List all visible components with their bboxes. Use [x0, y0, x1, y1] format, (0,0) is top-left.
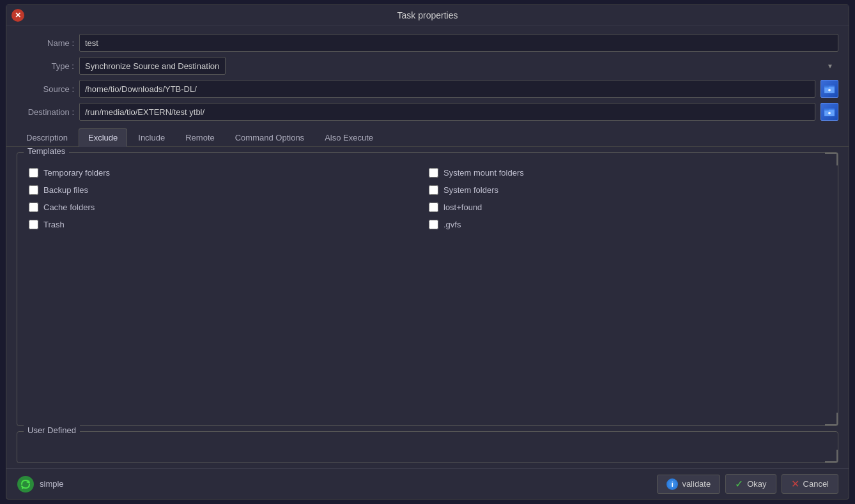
- checkbox-system-folders[interactable]: [429, 185, 438, 195]
- tab-remote[interactable]: Remote: [176, 128, 224, 146]
- checkbox-row-trash: Trash: [27, 217, 427, 232]
- destination-browse-button[interactable]: [820, 103, 838, 121]
- group-corner-bottom: [825, 413, 838, 425]
- svg-rect-2: [824, 86, 829, 88]
- tabs-bar: Description Exclude Include Remote Comma…: [6, 128, 849, 147]
- name-row: Name :: [17, 34, 838, 52]
- label-cache-folders[interactable]: Cache folders: [43, 202, 95, 212]
- checkbox-cache-folders[interactable]: [29, 202, 38, 212]
- tab-command-options[interactable]: Command Options: [226, 128, 314, 146]
- footer-left: simple: [17, 475, 64, 493]
- label-backup-files[interactable]: Backup files: [43, 185, 88, 195]
- cancel-label: Cancel: [803, 479, 829, 489]
- validate-icon: i: [666, 478, 678, 490]
- checkbox-row-temporary-folders: Temporary folders: [27, 165, 427, 180]
- tab-exclude[interactable]: Exclude: [79, 128, 127, 147]
- checkbox-row-cache-folders: Cache folders: [27, 200, 427, 215]
- validate-label: validate: [682, 479, 711, 489]
- label-system-mount-folders[interactable]: System mount folders: [443, 168, 524, 178]
- cancel-button[interactable]: ✕ Cancel: [782, 474, 838, 494]
- validate-button[interactable]: i validate: [657, 475, 720, 494]
- close-button[interactable]: ✕: [12, 9, 24, 22]
- group-corner-top: [825, 153, 838, 165]
- tab-content-area: Templates Temporary folders Backup files: [6, 147, 849, 468]
- browse-icon-dest: [824, 106, 835, 118]
- checkbox-backup-files[interactable]: [29, 185, 38, 195]
- checkbox-row-system-folders: System folders: [427, 183, 828, 197]
- form-area: Name : Type : Synchronize Source and Des…: [6, 26, 849, 128]
- source-row: Source :: [17, 80, 838, 98]
- checkbox-gvfs[interactable]: [429, 220, 438, 229]
- label-temporary-folders[interactable]: Temporary folders: [43, 168, 110, 178]
- checkbox-temporary-folders[interactable]: [29, 168, 38, 178]
- checkbox-row-backup-files: Backup files: [27, 183, 427, 197]
- type-select[interactable]: Synchronize Source and Destination: [79, 57, 226, 75]
- checkbox-row-lost-found: lost+found: [427, 200, 828, 215]
- okay-icon: ✓: [735, 478, 743, 490]
- simple-label: simple: [40, 479, 64, 489]
- user-defined-group-title: User Defined: [24, 425, 80, 435]
- source-label: Source :: [17, 84, 74, 94]
- type-row: Type : Synchronize Source and Destinatio…: [17, 57, 838, 75]
- cancel-icon: ✕: [791, 478, 799, 490]
- label-gvfs[interactable]: .gvfs: [443, 220, 461, 229]
- label-lost-found[interactable]: lost+found: [443, 202, 482, 212]
- tab-include[interactable]: Include: [128, 128, 174, 146]
- destination-input[interactable]: [79, 103, 815, 121]
- templates-content: Temporary folders Backup files Cache fol…: [17, 153, 838, 425]
- title-bar: ✕ Task properties: [6, 5, 849, 26]
- destination-row: Destination :: [17, 103, 838, 121]
- label-trash[interactable]: Trash: [43, 220, 65, 229]
- svg-point-12: [17, 476, 34, 493]
- footer: simple i validate ✓ Okay ✕ Cancel: [6, 468, 849, 499]
- name-input[interactable]: [79, 34, 838, 52]
- browse-icon: [824, 83, 835, 95]
- type-select-wrapper: Synchronize Source and Destination: [79, 57, 838, 75]
- source-browse-button[interactable]: [820, 80, 838, 98]
- footer-right: i validate ✓ Okay ✕ Cancel: [657, 474, 838, 494]
- type-label: Type :: [17, 61, 74, 71]
- okay-button[interactable]: ✓ Okay: [725, 474, 776, 494]
- templates-group: Templates Temporary folders Backup files: [17, 152, 838, 426]
- templates-left-column: Temporary folders Backup files Cache fol…: [27, 165, 427, 415]
- tab-also-execute[interactable]: Also Execute: [315, 128, 383, 146]
- svg-rect-8: [824, 109, 829, 111]
- sync-icon: [17, 475, 35, 493]
- checkbox-lost-found[interactable]: [429, 202, 438, 212]
- checkbox-row-system-mount-folders: System mount folders: [427, 165, 828, 180]
- user-defined-corner: [825, 450, 838, 462]
- templates-right-column: System mount folders System folders lost…: [427, 165, 828, 415]
- user-defined-group: User Defined: [17, 431, 838, 463]
- task-properties-dialog: ✕ Task properties Name : Type : Synchron…: [6, 4, 849, 500]
- label-system-folders[interactable]: System folders: [443, 185, 498, 195]
- dialog-title: Task properties: [397, 10, 458, 20]
- source-input[interactable]: [79, 80, 815, 98]
- tab-description[interactable]: Description: [17, 128, 77, 146]
- destination-label: Destination :: [17, 107, 74, 117]
- checkbox-system-mount-folders[interactable]: [429, 168, 438, 178]
- name-label: Name :: [17, 38, 74, 48]
- okay-label: Okay: [747, 479, 766, 489]
- templates-group-title: Templates: [24, 147, 69, 156]
- checkbox-row-gvfs: .gvfs: [427, 217, 828, 232]
- checkbox-trash[interactable]: [29, 220, 38, 229]
